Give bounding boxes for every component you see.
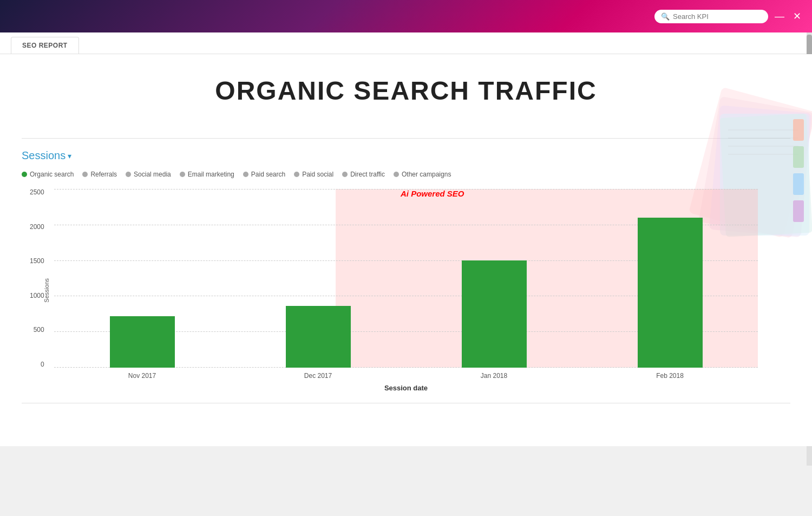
- bar-Feb-2018: [638, 218, 703, 368]
- bar-Dec-2017: [286, 306, 351, 368]
- legend-dot-paid-search: [243, 172, 248, 177]
- y-tick-1000: 1000: [30, 292, 44, 299]
- x-axis: Nov 2017Dec 2017Jan 2018Feb 2018: [54, 372, 758, 380]
- chart-container: Sessions: [43, 189, 758, 392]
- legend-label-paid-search: Paid search: [251, 171, 285, 178]
- legend: Organic searchReferralsSocial mediaEmail…: [22, 171, 790, 178]
- x-axis-title: Session date: [54, 384, 758, 392]
- y-tick-2500: 2500: [30, 189, 44, 195]
- legend-dot-direct-traffic: [342, 172, 348, 177]
- legend-label-organic-search: Organic search: [30, 171, 74, 178]
- legend-dot-social-media: [126, 172, 131, 177]
- svg-rect-11: [793, 173, 804, 195]
- legend-label-direct-traffic: Direct traffic: [350, 171, 385, 178]
- chart-wrapper: Ai Powered SEO Sessions: [43, 189, 758, 392]
- bottom-section: [22, 403, 790, 435]
- bar-group-3: [582, 189, 758, 368]
- legend-dot-email-marketing: [180, 172, 185, 177]
- search-input[interactable]: [673, 12, 759, 21]
- legend-label-social-media: Social media: [134, 171, 171, 178]
- bar-Jan-2018: [462, 260, 527, 368]
- legend-dot-other-campaigns: [394, 172, 399, 177]
- legend-item-direct-traffic[interactable]: Direct traffic: [342, 171, 385, 178]
- tab-bar: SEO REPORT: [0, 32, 812, 54]
- bar-Nov-2017: [110, 316, 175, 368]
- y-ticks: 25002000150010005000: [30, 189, 44, 368]
- sessions-dropdown[interactable]: Sessions ▾: [22, 149, 790, 162]
- svg-rect-9: [793, 119, 804, 141]
- x-label-3: Feb 2018: [582, 372, 758, 380]
- title-bar: 🔍 — ✕: [0, 0, 812, 32]
- x-label-2: Jan 2018: [406, 372, 582, 380]
- search-icon: 🔍: [661, 12, 670, 21]
- legend-dot-referrals: [82, 172, 88, 177]
- sessions-section: Sessions ▾ Organic searchReferralsSocial…: [22, 138, 790, 392]
- legend-item-other-campaigns[interactable]: Other campaigns: [394, 171, 451, 178]
- close-button[interactable]: ✕: [793, 11, 801, 21]
- legend-item-referrals[interactable]: Referrals: [82, 171, 117, 178]
- bars-area: [54, 189, 758, 368]
- x-label-1: Dec 2017: [230, 372, 406, 380]
- seo-report-tab[interactable]: SEO REPORT: [11, 37, 79, 54]
- chart-inner: 25002000150010005000 Nov 2017Dec 2017Jan…: [54, 189, 758, 392]
- bar-group-1: [230, 189, 406, 368]
- x-label-0: Nov 2017: [54, 372, 230, 380]
- legend-item-social-media[interactable]: Social media: [126, 171, 171, 178]
- page-title: ORGANIC SEARCH TRAFFIC: [22, 76, 790, 106]
- legend-item-paid-search[interactable]: Paid search: [243, 171, 285, 178]
- search-box[interactable]: 🔍: [654, 10, 768, 23]
- legend-item-email-marketing[interactable]: Email marketing: [180, 171, 234, 178]
- legend-dot-organic-search: [22, 172, 27, 177]
- main-content: ORGANIC SEARCH TRAFFIC Sessions ▾ Organi…: [0, 54, 812, 446]
- bar-group-0: [54, 189, 230, 368]
- legend-label-email-marketing: Email marketing: [188, 171, 234, 178]
- legend-label-referrals: Referrals: [90, 171, 117, 178]
- minimize-button[interactable]: —: [775, 11, 784, 21]
- y-tick-1500: 1500: [30, 258, 44, 264]
- legend-dot-paid-social: [294, 172, 299, 177]
- legend-label-paid-social: Paid social: [302, 171, 333, 178]
- y-tick-2000: 2000: [30, 224, 44, 230]
- sessions-label-text: Sessions: [22, 149, 66, 162]
- ai-label: Ai Powered SEO: [401, 189, 464, 198]
- sessions-dropdown-arrow: ▾: [68, 152, 71, 160]
- legend-item-paid-social[interactable]: Paid social: [294, 171, 333, 178]
- bar-group-2: [406, 189, 582, 368]
- legend-label-other-campaigns: Other campaigns: [402, 171, 451, 178]
- svg-rect-10: [793, 146, 804, 168]
- chart-area: 25002000150010005000: [54, 189, 758, 368]
- svg-rect-12: [793, 200, 804, 222]
- y-tick-500: 500: [34, 326, 44, 333]
- legend-item-organic-search[interactable]: Organic search: [22, 171, 74, 178]
- y-tick-0: 0: [41, 361, 44, 368]
